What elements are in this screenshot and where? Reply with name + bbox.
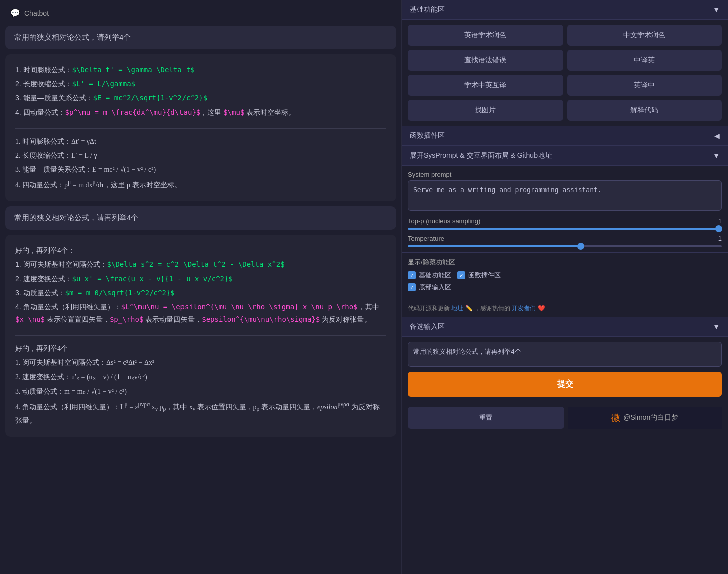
right-panel: 基础功能区 ▼ 英语学术润色 中文学术润色 查找语法错误 中译英 学术中英互译 … [401, 0, 728, 574]
open-source-link[interactable]: 地址 [451, 305, 463, 312]
alt-input-title: 备选输入区 [410, 322, 445, 331]
chat-icon: 💬 [10, 8, 20, 18]
alt-input-header: 备选输入区 ▼ [402, 317, 728, 337]
checkbox-basic-box[interactable]: ✓ [408, 271, 416, 279]
btn-grammar-check[interactable]: 查找语法错误 [408, 50, 563, 71]
weibo-icon: 微 [611, 412, 620, 424]
app-title: Chatbot [24, 9, 49, 17]
check-icon-bottom: ✓ [410, 284, 414, 291]
checkbox-plugin[interactable]: ✓ 函数插件区 [457, 271, 501, 280]
sys-prompt-header: 展开SysPrompt & 交互界面布局 & Github地址 ▼ [402, 146, 728, 166]
ai-msg1-line3: 3. 能量—质量关系公式：$E = mc^2/\sqrt{1-v^2/c^2}$ [15, 92, 386, 104]
temperature-group: Temperature 1 [408, 235, 722, 247]
top-p-label: Top-p (nucleus sampling) [408, 217, 488, 225]
ai-message-1: 1. 时间膨胀公式：$\Delta t' = \gamma \Delta t$ … [5, 54, 396, 201]
top-p-group: Top-p (nucleus sampling) 1 [408, 217, 722, 230]
open-source-text: 代码开源和更新 [408, 305, 450, 312]
user-message-1: 常用的狭义相对论公式，请列举4个 [5, 26, 396, 49]
basic-functions-header: 基础功能区 ▼ [402, 0, 728, 20]
rendered-1-l3: 3. 能量—质量关系公式：E = mc² / √(1 − v² / c²) [15, 163, 386, 176]
ai-msg1-line1: 1. 时间膨胀公式：$\Delta t' = \gamma \Delta t$ [15, 64, 386, 76]
ai-msg1-line2: 2. 长度收缩公式：$L' = L/\gamma$ [15, 78, 386, 90]
rendered-2-l4: 4. 角动量公式（利用四维矢量）：Lμ = εμνρσ xν pρ，其中 xν … [15, 399, 386, 427]
sys-prompt-label: System prompt [408, 171, 722, 178]
rendered-2-l1: 1. 闵可夫斯基时空间隔公式：Δs² = c²Δt² − Δx² [15, 356, 386, 369]
rendered-1-l2: 2. 长度收缩公式：L′ = L / γ [15, 149, 386, 162]
check-icon-plugin: ✓ [459, 272, 464, 279]
alt-input-section: 备选输入区 ▼ 常用的狭义相对论公式，请再列举4个 提交 [402, 317, 728, 402]
rendered-2-l3: 3. 动质量公式：m = m₀ / √(1 − v² / c²) [15, 385, 386, 398]
checkbox-bottom-label: 底部输入区 [419, 283, 451, 292]
checkbox-row-1: ✓ 基础功能区 ✓ 函数插件区 [408, 271, 722, 280]
bottom-action-row: 重置 微 @Simon的白日梦 [402, 402, 728, 434]
reset-button[interactable]: 重置 [408, 407, 564, 429]
checkbox-row-2: ✓ 底部输入区 [408, 283, 722, 292]
ai-msg2-line4: 4. 角动量公式（利用四维矢量）：$L^\mu\nu = \epsilon^{\… [15, 301, 386, 326]
plugin-section: 函数插件区 ◀ [402, 126, 728, 146]
divider-1 [15, 123, 386, 123]
ai-msg2-line1: 1. 闵可夫斯基时空间隔公式：$\Delta s^2 = c^2 \Delta … [15, 258, 386, 271]
checkbox-plugin-box[interactable]: ✓ [457, 271, 465, 279]
check-icon-basic: ✓ [410, 272, 414, 279]
ai-msg2-intro: 好的，再列举4个： [15, 244, 386, 257]
btn-en-to-zh[interactable]: 英译中 [567, 75, 722, 96]
ai-msg2-line3: 3. 动质量公式：$m = m_0/\sqrt{1-v^2/c^2}$ [15, 287, 386, 299]
checkbox-bottom-box[interactable]: ✓ [408, 283, 416, 291]
plugin-toggle-icon[interactable]: ◀ [714, 132, 720, 140]
checkbox-plugin-label: 函数插件区 [468, 271, 501, 280]
contributor-link[interactable]: 开发者们 [512, 305, 536, 312]
basic-functions-toggle-icon[interactable]: ▼ [713, 6, 720, 14]
chat-panel: 💬 Chatbot 常用的狭义相对论公式，请列举4个 1. 时间膨胀公式：$\D… [0, 0, 401, 574]
rendered-2-intro: 好的，再列举4个 [15, 342, 386, 355]
rendered-2-l2: 2. 速度变换公式：u′ₓ = (uₓ − v) / (1 − uₓv/c²) [15, 371, 386, 384]
heart-icon: ❤️ [538, 305, 545, 312]
checkbox-bottom[interactable]: ✓ 底部输入区 [408, 283, 451, 292]
plugin-title: 函数插件区 [410, 131, 445, 140]
temperature-value: 1 [710, 235, 722, 242]
user-message-2-text: 常用的狭义相对论公式，请再列举4个 [14, 213, 138, 222]
sys-prompt-group: System prompt Serve me as a writing and … [408, 171, 722, 212]
rendered-block-1: 1. 时间膨胀公式：Δt′ = γΔt 2. 长度收缩公式：L′ = L / γ… [15, 128, 386, 192]
sys-prompt-textarea[interactable]: Serve me as a writing and programming as… [408, 180, 722, 211]
show-hide-section: 显示/隐藏功能区 ✓ 基础功能区 ✓ 函数插件区 [402, 252, 728, 300]
rendered-1-l4: 4. 四动量公式：pμ = m dxμ/dτ，这里 μ 表示时空坐标。 [15, 177, 386, 192]
divider-2 [15, 330, 386, 330]
user-message-2: 常用的狭义相对论公式，请再列举4个 [5, 206, 396, 230]
top-p-value: 1 [710, 217, 722, 225]
checkbox-basic-label: 基础功能区 [419, 271, 451, 280]
checkbox-basic[interactable]: ✓ 基础功能区 [408, 271, 451, 280]
open-source-row: 代码开源和更新 地址 ✏️ ，感谢热情的 开发者们 ❤️ [402, 300, 728, 317]
btn-en-academic[interactable]: 英语学术润色 [408, 25, 563, 46]
show-hide-label: 显示/隐藏功能区 [408, 258, 722, 267]
open-source-middle: ✏️ ，感谢热情的 [465, 305, 510, 312]
alt-input-textarea[interactable]: 常用的狭义相对论公式，请再列举4个 [408, 342, 722, 367]
ai-msg1-line4: 4. 四动量公式：$p^\mu = m \frac{dx^\mu}{d\tau}… [15, 106, 386, 119]
submit-button[interactable]: 提交 [408, 372, 722, 397]
alt-input-content: 常用的狭义相对论公式，请再列举4个 提交 [402, 337, 728, 402]
top-p-slider[interactable] [408, 228, 722, 230]
app-header: 💬 Chatbot [5, 5, 396, 21]
basic-functions-grid: 英语学术润色 中文学术润色 查找语法错误 中译英 学术中英互译 英译中 找图片 … [402, 20, 728, 126]
btn-zh-to-en[interactable]: 中译英 [567, 50, 722, 71]
btn-find-image[interactable]: 找图片 [408, 100, 563, 121]
watermark: 微 @Simon的白日梦 [568, 407, 722, 429]
sys-prompt-title: 展开SysPrompt & 交互界面布局 & Github地址 [410, 151, 552, 160]
btn-academic-mutual[interactable]: 学术中英互译 [408, 75, 563, 96]
temperature-slider[interactable] [408, 245, 722, 247]
temperature-label: Temperature [408, 235, 488, 242]
top-p-row: Top-p (nucleus sampling) 1 [408, 217, 722, 225]
btn-explain-code[interactable]: 解释代码 [567, 100, 722, 121]
rendered-block-2: 好的，再列举4个 1. 闵可夫斯基时空间隔公式：Δs² = c²Δt² − Δx… [15, 335, 386, 427]
sys-prompt-toggle-icon[interactable]: ▼ [713, 152, 720, 160]
ai-message-2: 好的，再列举4个： 1. 闵可夫斯基时空间隔公式：$\Delta s^2 = c… [5, 235, 396, 437]
rendered-1-l1: 1. 时间膨胀公式：Δt′ = γΔt [15, 135, 386, 148]
basic-functions-title: 基础功能区 [410, 5, 445, 14]
temperature-row: Temperature 1 [408, 235, 722, 242]
user-message-1-text: 常用的狭义相对论公式，请列举4个 [14, 33, 131, 41]
alt-input-toggle-icon[interactable]: ▼ [713, 323, 720, 331]
sys-prompt-section: 展开SysPrompt & 交互界面布局 & Github地址 ▼ System… [402, 146, 728, 317]
btn-zh-academic[interactable]: 中文学术润色 [567, 25, 722, 46]
ai-msg2-line2: 2. 速度变换公式：$u_x' = \frac{u_x - v}{1 - u_x… [15, 273, 386, 285]
sys-prompt-content: System prompt Serve me as a writing and … [402, 166, 728, 252]
watermark-text: @Simon的白日梦 [623, 413, 678, 422]
